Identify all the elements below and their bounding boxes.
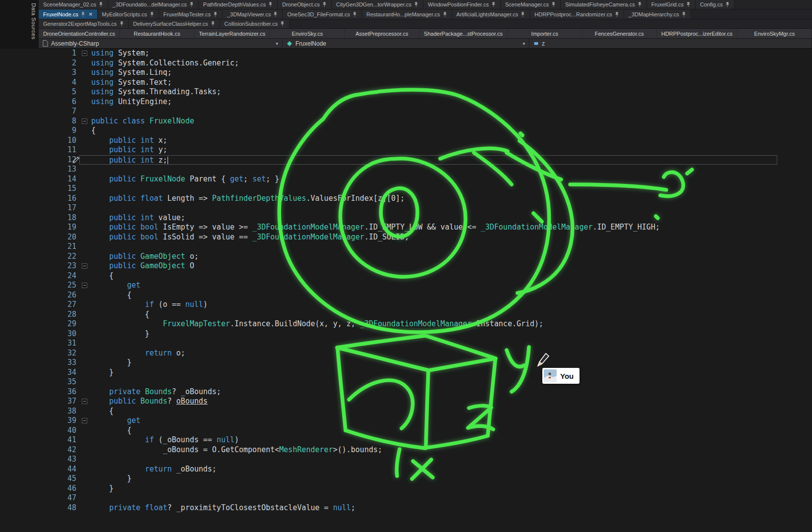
code-line-36[interactable]: 36 private Bounds? _oBounds; <box>0 387 812 397</box>
close-icon[interactable]: × <box>89 11 93 17</box>
tab-collisionsubscriber-cs[interactable]: CollisionSubscriber.cs <box>220 19 290 28</box>
tab-terrainlayerrandomizer-cs[interactable]: TerrainLayerRandomizer.cs <box>194 29 270 38</box>
pin-icon[interactable] <box>551 1 556 7</box>
line-number[interactable]: 9 <box>0 126 77 136</box>
pin-icon[interactable] <box>268 1 273 7</box>
fold-collapse-icon[interactable] <box>82 118 87 124</box>
tab-myeditorscripts-cs[interactable]: MyEditorScripts.cs <box>98 9 159 19</box>
tab-restaurantho-plemanager-cs[interactable]: RestaurantHo...pleManager.cs <box>362 9 452 19</box>
pin-icon[interactable] <box>686 1 691 7</box>
line-number[interactable]: 24 <box>0 271 77 281</box>
code-line-37[interactable]: 37 public Bounds? oBounds <box>0 397 812 407</box>
line-number[interactable]: 47 <box>0 493 77 503</box>
code-line-47[interactable]: 47 <box>0 493 812 503</box>
line-number[interactable]: 28 <box>0 310 77 320</box>
line-number[interactable]: 46 <box>0 484 77 494</box>
pin-icon[interactable] <box>521 11 525 17</box>
code-line-9[interactable]: 9{ <box>0 126 812 136</box>
line-number[interactable]: 34 <box>0 368 77 378</box>
line-number[interactable]: 36 <box>0 387 77 397</box>
code-line-3[interactable]: 3using System.Linq; <box>0 68 812 78</box>
tab-3dfoundatio-delmanager-cs[interactable]: _3DFoundatio...delManager.cs <box>108 0 199 9</box>
code-line-28[interactable]: 28 { <box>0 310 812 320</box>
code-line-1[interactable]: 1using System; <box>0 49 812 59</box>
line-number[interactable]: 35 <box>0 377 77 387</box>
line-number[interactable]: 27 <box>0 300 77 310</box>
line-number[interactable]: 23 <box>0 261 77 271</box>
code-line-10[interactable]: 10 public int x; <box>0 136 812 146</box>
pin-icon[interactable] <box>99 1 103 7</box>
line-number[interactable]: 44 <box>0 465 77 474</box>
code-line-23[interactable]: 23 public GameObject O <box>0 261 812 271</box>
tab-shaderpackage-stprocessor-cs[interactable]: ShaderPackage...stProcessor.cs <box>419 29 508 38</box>
line-number[interactable]: 40 <box>0 426 77 436</box>
code-line-34[interactable]: 34 } <box>0 368 812 378</box>
line-number[interactable]: 20 <box>0 233 77 242</box>
line-number[interactable]: 42 <box>0 445 77 455</box>
pin-icon[interactable] <box>273 11 278 17</box>
tab-enviroskymgr-cs[interactable]: EnviroSkyMgr.cs <box>738 29 812 38</box>
code-line-4[interactable]: 4using System.Text; <box>0 78 812 88</box>
tab-droneorientationcontroller-cs[interactable]: DroneOrientationController.cs <box>39 29 120 38</box>
tab-onesec3d-fileformat-cs[interactable]: OneSec3D_FileFormat.cs <box>283 9 362 19</box>
pin-icon[interactable] <box>682 11 686 17</box>
code-line-11[interactable]: 11 public int y; <box>0 145 812 155</box>
pin-icon[interactable] <box>280 21 285 27</box>
code-line-38[interactable]: 38 { <box>0 407 812 416</box>
pin-icon[interactable] <box>81 11 85 17</box>
fold-collapse-icon[interactable] <box>82 283 87 288</box>
code-line-30[interactable]: 30 } <box>0 329 812 339</box>
line-number[interactable]: 33 <box>0 358 77 368</box>
line-number[interactable]: 37 <box>0 397 77 407</box>
pin-icon[interactable] <box>615 11 619 17</box>
tab-3dmapviewer-cs[interactable]: _3DMapViewer.cs <box>223 9 283 19</box>
pin-icon[interactable] <box>213 11 218 17</box>
line-number[interactable]: 19 <box>0 223 77 233</box>
code-line-6[interactable]: 6using UnityEngine; <box>0 97 812 107</box>
tab-fruxelnode-cs[interactable]: FruxelNode.cs× <box>39 9 98 19</box>
line-number[interactable]: 1 <box>0 49 77 59</box>
code-line-13[interactable]: 13 <box>0 165 812 175</box>
line-number[interactable]: 13 <box>0 165 77 175</box>
code-line-29[interactable]: 29 FruxelMapTester.Instance.BuildNode(x,… <box>0 319 812 329</box>
pin-icon[interactable] <box>119 21 124 27</box>
tab-hdrppostproc-izereditor-cs[interactable]: HDRPPostproc...izerEditor.cs <box>657 29 738 38</box>
tab-restauranthook-cs[interactable]: RestaurantHook.cs <box>120 29 194 38</box>
code-line-17[interactable]: 17 <box>0 203 812 213</box>
code-line-44[interactable]: 44 return _oBounds; <box>0 465 812 474</box>
tab-pathfinderdepthvalues-cs[interactable]: PathfinderDepthValues.cs <box>199 0 278 9</box>
code-line-18[interactable]: 18 public int value; <box>0 213 812 223</box>
code-line-31[interactable]: 31 <box>0 339 812 349</box>
pin-icon[interactable] <box>352 11 357 17</box>
line-number[interactable]: 7 <box>0 107 77 117</box>
line-number[interactable]: 16 <box>0 194 77 204</box>
line-number[interactable]: 14 <box>0 175 77 184</box>
code-line-7[interactable]: 7 <box>0 107 812 117</box>
line-number[interactable]: 38 <box>0 407 77 416</box>
line-number[interactable]: 30 <box>0 329 77 339</box>
tab-importer-cs[interactable]: Importer.cs <box>508 29 582 38</box>
code-line-42[interactable]: 42 _oBounds = O.GetComponent<MeshRendere… <box>0 445 812 455</box>
data-sources-tab[interactable]: Data Sources <box>31 3 37 42</box>
line-number[interactable]: 10 <box>0 136 77 146</box>
tab-artificiallightsmanager-cs[interactable]: ArtificialLightsManager.cs <box>452 9 530 19</box>
tab-simulatedfisheyecamera-cs[interactable]: SimulatedFisheyeCamera.cs <box>561 0 647 9</box>
line-number[interactable]: 18 <box>0 213 77 223</box>
pin-icon[interactable] <box>211 21 215 27</box>
code-editor[interactable]: 1using System;2using System.Collections.… <box>0 49 812 532</box>
tab-fencesgenerator-cs[interactable]: FencesGenerator.cs <box>582 29 657 38</box>
line-number[interactable]: 12 <box>0 155 77 165</box>
tab-assetpreprocessor-cs[interactable]: AssetPreprocessor.cs <box>345 29 419 38</box>
line-number[interactable]: 31 <box>0 339 77 349</box>
tab-scenemanager-02-cs[interactable]: SceneManager_02.cs <box>39 0 108 9</box>
line-number[interactable]: 4 <box>0 78 77 88</box>
code-line-32[interactable]: 32 return o; <box>0 349 812 358</box>
pin-icon[interactable] <box>638 1 642 7</box>
pin-icon[interactable] <box>414 1 418 7</box>
member-dropdown[interactable]: z <box>529 39 812 48</box>
line-number[interactable]: 15 <box>0 184 77 194</box>
code-line-14[interactable]: 14 public FruxelNode Parent { get; set; … <box>0 175 812 184</box>
line-number[interactable]: 41 <box>0 435 77 445</box>
tab-windowpositionfinder-cs[interactable]: WindowPositionFinder.cs <box>423 0 501 9</box>
tab-envirosky-cs[interactable]: EnviroSky.cs <box>270 29 345 38</box>
